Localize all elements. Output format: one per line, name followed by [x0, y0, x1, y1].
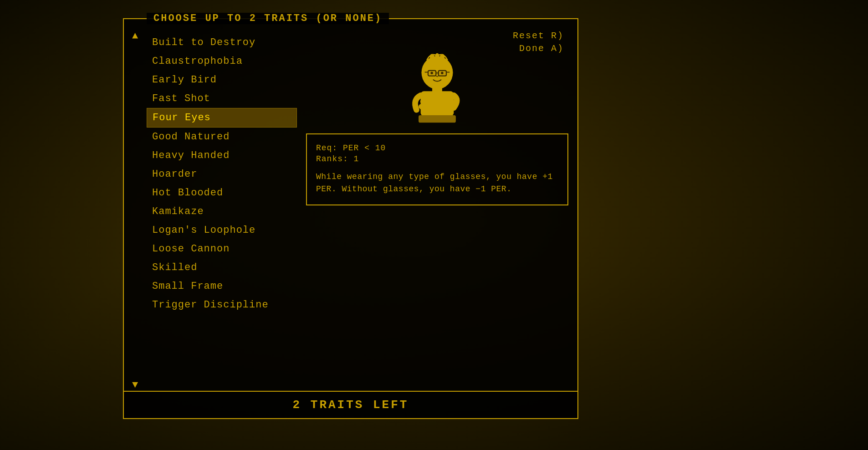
dialog-title: CHOOSE UP TO 2 TRAITS (OR NONE) — [147, 13, 389, 24]
trait-description: While wearing any type of glasses, you h… — [316, 171, 558, 195]
character-illustration — [392, 33, 483, 124]
trait-item-claustrophobia[interactable]: Claustrophobia — [147, 52, 297, 71]
trait-item-early-bird[interactable]: Early Bird — [147, 71, 297, 89]
trait-item-four-eyes[interactable]: Four Eyes — [147, 108, 297, 128]
trait-item-hot-blooded[interactable]: Hot Blooded — [147, 184, 297, 202]
reset-button[interactable]: Reset R) — [513, 31, 564, 41]
svg-point-11 — [430, 72, 433, 74]
trait-item-heavy-handed[interactable]: Heavy Handed — [147, 146, 297, 165]
trait-description-box: Req: PER < 10 Ranks: 1 While wearing any… — [306, 133, 568, 205]
trait-list: Built to Destroy Claustrophobia Early Bi… — [124, 29, 297, 409]
header-line-right — [389, 18, 568, 19]
trait-item-kamikaze[interactable]: Kamikaze — [147, 202, 297, 221]
panel-content: ▲ ▼ Built to Destroy Claustrophobia Earl… — [124, 24, 577, 414]
svg-point-12 — [441, 72, 443, 74]
traits-dialog: CHOOSE UP TO 2 TRAITS (OR NONE) Reset R)… — [123, 18, 578, 419]
trait-ranks: Ranks: 1 — [316, 154, 558, 164]
trait-req: Req: PER < 10 — [316, 143, 558, 153]
trait-item-built-to-destroy[interactable]: Built to Destroy — [147, 33, 297, 52]
trait-item-trigger-discipline[interactable]: Trigger Discipline — [147, 296, 297, 314]
status-bar: 2 TRAITS LEFT — [124, 391, 577, 418]
info-panel: Req: PER < 10 Ranks: 1 While wearing any… — [297, 29, 577, 409]
header-line-left — [133, 18, 147, 19]
trait-item-loose-cannon[interactable]: Loose Cannon — [147, 240, 297, 258]
svg-point-4 — [435, 53, 439, 59]
done-button[interactable]: Done A) — [519, 43, 564, 54]
trait-item-logans-loophole[interactable]: Logan's Loophole — [147, 221, 297, 240]
trait-item-fast-shot[interactable]: Fast Shot — [147, 89, 297, 108]
controls-area: Reset R) Done A) — [513, 31, 564, 54]
panel-header: CHOOSE UP TO 2 TRAITS (OR NONE) — [124, 13, 577, 24]
trait-item-skilled[interactable]: Skilled — [147, 258, 297, 277]
trait-item-good-natured[interactable]: Good Natured — [147, 128, 297, 146]
trait-item-hoarder[interactable]: Hoarder — [147, 165, 297, 184]
svg-rect-15 — [419, 115, 456, 123]
trait-item-small-frame[interactable]: Small Frame — [147, 277, 297, 296]
traits-left-label: 2 TRAITS LEFT — [293, 398, 409, 412]
